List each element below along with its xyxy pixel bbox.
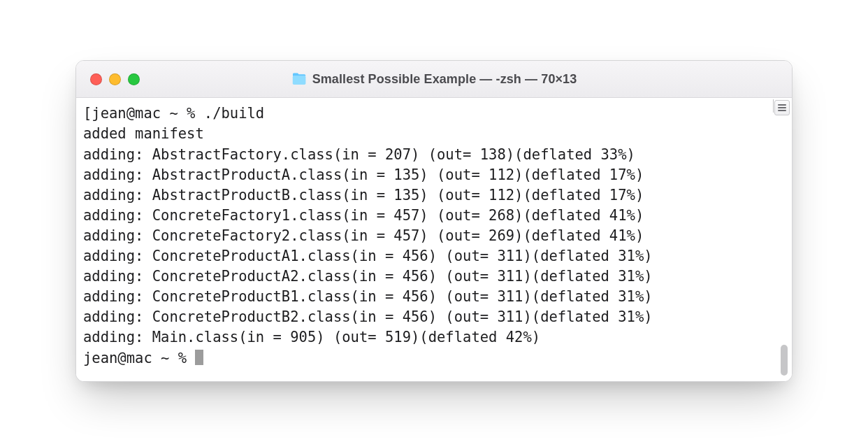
output-line: added manifest: [83, 124, 771, 144]
zoom-icon[interactable]: [128, 73, 140, 85]
minimize-icon[interactable]: [109, 73, 121, 85]
output-line: adding: ConcreteProductB2.class(in = 456…: [83, 307, 771, 327]
output-line: adding: ConcreteFactory1.class(in = 457)…: [83, 206, 771, 226]
prompt-text: jean@mac ~ %: [83, 350, 195, 366]
output-line: adding: ConcreteProductA1.class(in = 456…: [83, 246, 771, 266]
terminal-window: Smallest Possible Example — -zsh — 70×13…: [75, 60, 793, 381]
list-icon: [778, 104, 786, 111]
output-line: adding: ConcreteProductA2.class(in = 456…: [83, 266, 771, 287]
terminal-output[interactable]: [jean@mac ~ % ./buildadded manifestaddin…: [76, 98, 774, 380]
scrollbar-thumb[interactable]: [781, 345, 788, 376]
output-line: adding: ConcreteProductB1.class(in = 456…: [83, 287, 771, 307]
scrollbar-track[interactable]: [774, 98, 792, 380]
prompt-line[interactable]: jean@mac ~ %: [83, 348, 771, 369]
traffic-lights: [76, 73, 140, 85]
output-line: adding: ConcreteFactory2.class(in = 457)…: [83, 226, 771, 246]
svg-rect-0: [292, 76, 305, 85]
cursor-icon: [195, 350, 203, 365]
alternate-screen-icon[interactable]: [774, 100, 790, 115]
window-title: Smallest Possible Example — -zsh — 70×13: [312, 72, 577, 87]
output-line: [jean@mac ~ % ./build: [83, 104, 771, 124]
output-line: adding: AbstractFactory.class(in = 207) …: [83, 145, 771, 165]
scroll-marker: [773, 99, 774, 113]
output-line: adding: AbstractProductA.class(in = 135)…: [83, 165, 771, 185]
folder-icon: [291, 73, 307, 85]
output-line: adding: AbstractProductB.class(in = 135)…: [83, 185, 771, 206]
titlebar[interactable]: Smallest Possible Example — -zsh — 70×13: [76, 61, 792, 98]
output-line: adding: Main.class(in = 905) (out= 519)(…: [83, 327, 771, 348]
close-icon[interactable]: [90, 73, 102, 85]
